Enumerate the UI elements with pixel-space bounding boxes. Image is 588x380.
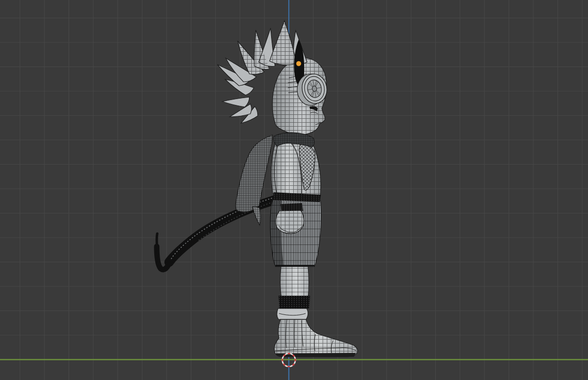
z-axis-line-top	[288, 0, 289, 37]
ankle-band[interactable]	[278, 296, 310, 309]
y-axis-floor-line	[0, 359, 588, 360]
z-axis-below-floor	[288, 360, 289, 380]
viewport-canvas[interactable]	[0, 0, 588, 380]
object-origin-point	[296, 61, 301, 66]
leg[interactable]	[280, 267, 309, 299]
blender-3d-viewport[interactable]	[0, 0, 588, 380]
